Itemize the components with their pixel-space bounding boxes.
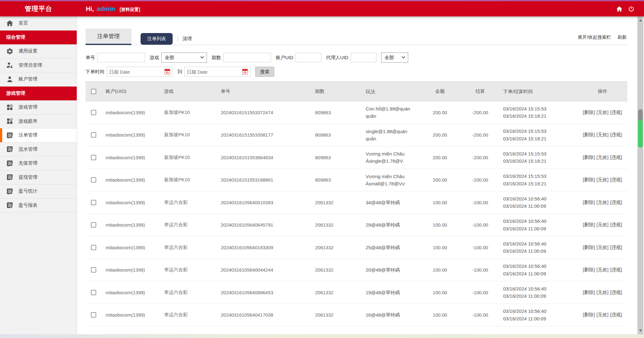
row-checkbox[interactable] — [91, 245, 96, 250]
violation-link[interactable]: [违规] — [610, 110, 622, 115]
invalid-link[interactable]: [无效] — [597, 132, 608, 138]
tab-order-list[interactable]: 注单列表 — [141, 33, 173, 45]
cell-checkbox — [86, 259, 106, 281]
tab-clean[interactable]: 清理 — [182, 36, 192, 42]
row-checkbox[interactable] — [91, 177, 96, 183]
settled-time: 03/16/2024 15:18:21 — [503, 112, 547, 120]
logout-power-icon[interactable] — [628, 6, 635, 12]
sidebar-item-2[interactable]: 通用设置 — [0, 44, 77, 59]
calendar-icon[interactable]: 31 — [242, 69, 248, 75]
cell-account: mitaobocom(1399) — [106, 214, 164, 236]
cell-account: mitaobocom(1399) — [106, 259, 164, 281]
issue-input[interactable] — [223, 53, 271, 62]
game-select[interactable]: 全部 — [161, 53, 207, 63]
settled-time: 03/16/2024 11:00:09 — [503, 225, 546, 233]
cell-play: Vương miện Châu Ásingle@1.78@V — [366, 146, 422, 169]
violation-link[interactable]: [违规] — [610, 222, 622, 228]
row-checkbox[interactable] — [91, 290, 96, 295]
cell-settle — [458, 326, 502, 334]
delete-link[interactable]: [删除] — [583, 110, 595, 115]
account-uid-input[interactable] — [296, 53, 321, 62]
delete-link[interactable]: [删除] — [583, 245, 595, 251]
main-content: 展开/收起搜索栏 刷新 注单管理 注单列表 清理 单号 游戏 — [77, 16, 644, 334]
admin-app: 管理平台 Hi, admin [资料设置] 首页 综合管理 通用设置 管理员管理… — [0, 0, 644, 338]
vertical-scrollbar[interactable] — [637, 16, 643, 334]
invalid-link[interactable]: [无效] — [597, 155, 608, 161]
sidebar-item-label: 通用设置 — [19, 48, 37, 54]
search-button[interactable]: 搜索 — [255, 67, 274, 77]
invalid-link[interactable]: [无效] — [597, 110, 608, 115]
delete-link[interactable]: [删除] — [583, 177, 595, 183]
sidebar: 首页 综合管理 通用设置 管理员管理 账户管理 游戏管理 游戏管理 游戏赔率 注… — [0, 16, 77, 334]
delete-link[interactable]: [删除] — [583, 312, 595, 318]
cell-time: 03/16/2024 10:56:40 03/16/2024 11:00:09 — [502, 281, 578, 304]
violation-link[interactable]: [违规] — [610, 200, 622, 206]
cell-issue: 809863 — [315, 169, 366, 191]
invalid-link[interactable]: [无效] — [597, 312, 608, 318]
scrollbar-thumb[interactable] — [638, 109, 643, 148]
home-icon[interactable] — [616, 6, 623, 12]
table-row: mitaobocom(1399) 新加坡PK10 202403161515538… — [86, 146, 627, 169]
violation-link[interactable]: [违规] — [610, 245, 622, 251]
sidebar-item-8[interactable]: 注单管理 — [0, 128, 77, 143]
violation-link[interactable]: [违规] — [610, 312, 622, 318]
row-checkbox[interactable] — [91, 312, 96, 318]
delete-link[interactable]: [删除] — [583, 155, 595, 161]
order-time-label: 下单时间 — [86, 69, 104, 75]
order-no-input[interactable] — [97, 53, 145, 62]
delete-link[interactable]: [删除] — [583, 132, 595, 138]
violation-link[interactable]: [违规] — [610, 155, 622, 161]
status-select[interactable]: 全部 — [381, 53, 408, 63]
toggle-search-link[interactable]: 展开/收起搜索栏 — [578, 34, 611, 40]
profile-settings-link[interactable]: [资料设置] — [119, 7, 140, 13]
row-checkbox[interactable] — [91, 155, 96, 160]
invalid-link[interactable]: [无效] — [597, 267, 608, 273]
invalid-link[interactable]: [无效] — [597, 290, 608, 296]
scroll-down-arrow[interactable] — [637, 328, 643, 333]
row-checkbox[interactable] — [91, 267, 96, 273]
sidebar-item-12[interactable]: 盈亏统计 — [0, 184, 77, 199]
violation-link[interactable]: [违规] — [610, 267, 622, 273]
sidebar-item-11[interactable]: 提现管理 — [0, 171, 77, 185]
invalid-link[interactable]: [无效] — [597, 222, 608, 228]
refresh-link[interactable]: 刷新 — [618, 34, 627, 40]
sidebar-item-7[interactable]: 游戏赔率 — [0, 115, 77, 129]
violation-link[interactable]: [违规] — [610, 177, 622, 183]
delete-link[interactable]: [删除] — [583, 222, 595, 228]
scroll-up-arrow[interactable] — [637, 17, 643, 23]
delete-link[interactable]: [删除] — [583, 267, 595, 273]
select-all-checkbox[interactable] — [91, 89, 96, 94]
placed-time: 03/16/2024 15:15:53 — [503, 150, 547, 158]
date-to-input[interactable] — [187, 69, 242, 75]
sidebar-item-4[interactable]: 账户管理 — [0, 72, 77, 87]
invalid-link[interactable]: [无效] — [597, 245, 608, 251]
date-from-input[interactable] — [109, 69, 164, 75]
delete-link[interactable]: [删除] — [583, 290, 595, 296]
cell-settle: -100.00 — [458, 304, 502, 326]
delete-link[interactable]: [删除] — [583, 200, 595, 206]
sidebar-item-13[interactable]: 盈亏报表 — [0, 199, 77, 213]
agent-uid-input[interactable] — [351, 53, 376, 62]
row-checkbox[interactable] — [91, 132, 96, 138]
violation-link[interactable]: [违规] — [610, 290, 622, 296]
settled-time: 03/16/2024 11:00:09 — [503, 270, 546, 278]
cell-account: mitaobocom(1399) — [106, 304, 164, 326]
row-checkbox[interactable] — [91, 200, 96, 205]
sidebar-item-6[interactable]: 游戏管理 — [0, 100, 77, 115]
violation-link[interactable]: [违规] — [610, 132, 622, 138]
invalid-link[interactable]: [无效] — [597, 200, 608, 206]
game-grid-icon — [6, 117, 14, 125]
sidebar-item-10[interactable]: 充值管理 — [0, 156, 77, 171]
row-checkbox[interactable] — [91, 222, 96, 228]
sidebar-item-3[interactable]: 管理员管理 — [0, 59, 77, 73]
sidebar-item-9[interactable]: 流水管理 — [0, 143, 77, 157]
settled-time: 03/16/2024 11:00:09 — [503, 292, 546, 300]
calendar-icon[interactable]: 31 — [164, 69, 170, 75]
cell-settle: -200.00 — [458, 169, 502, 191]
sidebar-item-0[interactable]: 首页 — [0, 16, 77, 31]
invalid-link[interactable]: [无效] — [597, 177, 608, 183]
row-checkbox[interactable] — [91, 110, 96, 115]
cell-time: 03/16/2024 10:56:40 03/16/2024 11:00:09 — [502, 214, 578, 236]
horizontal-scrollbar[interactable] — [0, 334, 644, 338]
cell-account: mitaobocom(1399) — [106, 169, 164, 191]
